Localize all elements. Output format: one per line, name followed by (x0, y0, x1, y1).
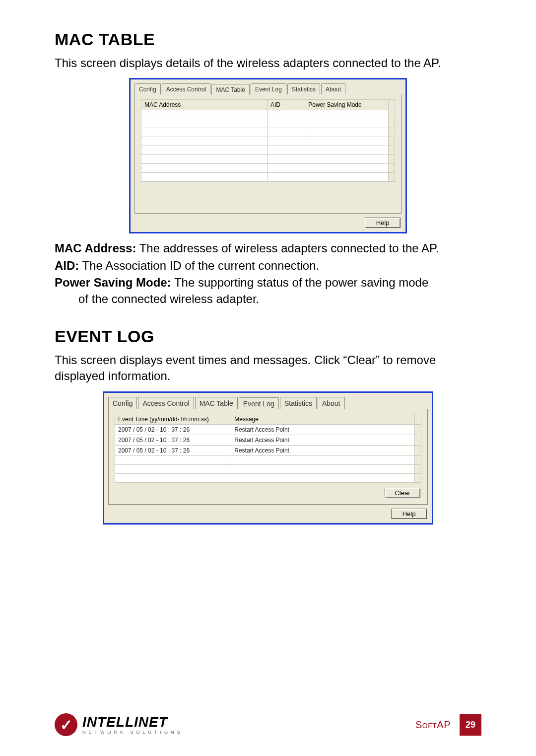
col-mac-address[interactable]: MAC Address (141, 100, 268, 110)
page-number: 29 (460, 714, 481, 736)
table-row (115, 464, 421, 473)
col-event-time[interactable]: Event Time (yy/mm/dd- hh:mm:ss) (115, 414, 231, 424)
tab-mac-table[interactable]: MAC Table (195, 397, 238, 409)
event-log-intro: This screen displays event times and mes… (55, 352, 481, 384)
clear-button[interactable]: Clear (385, 488, 420, 498)
col-message[interactable]: Message (231, 414, 415, 424)
tab-access-control[interactable]: Access Control (162, 83, 211, 94)
mac-definitions: MAC Address: The addresses of wireless a… (55, 240, 481, 307)
table-row (141, 173, 395, 182)
table-row (141, 119, 395, 128)
event-clear-row: Clear (115, 483, 421, 499)
help-button[interactable]: Help (391, 509, 427, 519)
tab-mac-table[interactable]: MAC Table (211, 84, 249, 95)
table-row (115, 455, 421, 464)
col-power-saving[interactable]: Power Saving Mode (305, 100, 389, 110)
tab-config[interactable]: Config (108, 397, 137, 409)
page-footer: INTELLINET NETWORK SOLUTIONS SoftAP 29 (55, 713, 481, 736)
mac-tabbar: Config Access Control MAC Table Event Lo… (131, 79, 405, 94)
col-scroll-spacer (388, 100, 395, 110)
section-label-softap: SoftAP (415, 719, 451, 731)
mac-table: MAC Address AID Power Saving Mode (141, 99, 395, 182)
tab-event-log[interactable]: Event Log (251, 83, 286, 94)
mac-dialog-footer: Help (131, 216, 405, 232)
tab-statistics[interactable]: Statistics (287, 83, 320, 94)
tab-about[interactable]: About (318, 397, 345, 409)
def-aid: AID: The Association ID of the current c… (55, 258, 481, 274)
intellinet-logo: INTELLINET NETWORK SOLUTIONS (55, 713, 183, 736)
brand-name: INTELLINET (82, 715, 183, 729)
event-dialog-footer: Help (104, 507, 432, 523)
table-row: 2007 / 05 / 02 - 10 : 37 : 26 Restart Ac… (115, 445, 421, 455)
table-row (141, 137, 395, 146)
table-row (115, 473, 421, 482)
mac-table-heading: MAC TABLE (55, 30, 481, 49)
table-row (141, 110, 395, 119)
logo-check-icon (55, 713, 77, 736)
def-mac-address: MAC Address: The addresses of wireless a… (55, 240, 481, 256)
tab-access-control[interactable]: Access Control (138, 397, 194, 409)
tab-about[interactable]: About (321, 83, 345, 94)
brand-tagline: NETWORK SOLUTIONS (82, 730, 183, 735)
tab-statistics[interactable]: Statistics (280, 397, 317, 409)
mac-table-dialog: Config Access Control MAC Table Event Lo… (129, 78, 407, 233)
event-log-heading: EVENT LOG (55, 327, 481, 346)
col-scroll-spacer (414, 414, 421, 424)
def-power-saving: Power Saving Mode: The supporting status… (55, 275, 481, 307)
table-row (141, 146, 395, 155)
event-log-dialog: Config Access Control MAC Table Event Lo… (103, 391, 433, 525)
mac-table-intro: This screen displays details of the wire… (55, 55, 481, 71)
mac-table-panel: MAC Address AID Power Saving Mode (134, 94, 402, 214)
table-row: 2007 / 05 / 02 - 10 : 37 : 26 Restart Ac… (115, 424, 421, 435)
table-row (141, 128, 395, 137)
table-row (141, 164, 395, 173)
event-log-table: Event Time (yy/mm/dd- hh:mm:ss) Message … (115, 414, 421, 483)
col-aid[interactable]: AID (267, 100, 305, 110)
tab-config[interactable]: Config (134, 83, 161, 94)
help-button[interactable]: Help (365, 218, 401, 228)
tab-event-log[interactable]: Event Log (239, 397, 279, 409)
table-row (141, 155, 395, 164)
event-log-panel: Event Time (yy/mm/dd- hh:mm:ss) Message … (108, 409, 428, 505)
event-tabbar: Config Access Control MAC Table Event Lo… (104, 393, 432, 409)
table-row: 2007 / 05 / 02 - 10 : 37 : 26 Restart Ac… (115, 435, 421, 445)
